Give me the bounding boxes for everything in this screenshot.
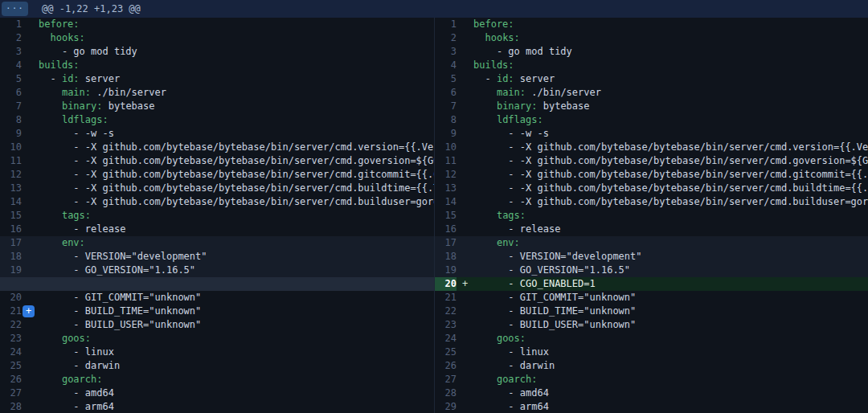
- code-token: [39, 32, 50, 43]
- line-number[interactable]: 18: [435, 250, 457, 264]
- line-number[interactable]: 1: [0, 18, 22, 31]
- yaml-key-token: env:: [62, 237, 85, 248]
- code-token: - GIT_COMMIT="unknown": [473, 292, 636, 303]
- diff-row: 27 - amd64: [0, 386, 434, 400]
- line-number[interactable]: 21: [435, 291, 457, 305]
- line-number[interactable]: 14: [0, 195, 22, 209]
- line-number[interactable]: 24: [435, 332, 457, 346]
- line-number[interactable]: 28: [435, 386, 457, 400]
- gutter-marker: [22, 31, 39, 45]
- diff-row: 11 - -X github.com/bytebase/bytebase/bin…: [0, 154, 434, 168]
- line-number[interactable]: 26: [0, 373, 22, 386]
- line-number[interactable]: 19: [0, 264, 22, 277]
- line-number[interactable]: 24: [0, 346, 22, 359]
- diff-pane-old: 1before:2 hooks:3 - go mod tidy4builds:5…: [0, 18, 434, 413]
- line-number[interactable]: 20: [435, 277, 457, 291]
- add-comment-button[interactable]: +: [23, 305, 35, 317]
- line-number[interactable]: 14: [435, 195, 457, 209]
- diff-row: 14 - -X github.com/bytebase/bytebase/bin…: [435, 195, 868, 209]
- line-number[interactable]: 2: [0, 31, 22, 45]
- line-number[interactable]: 22: [0, 318, 22, 332]
- line-number[interactable]: 15: [435, 209, 457, 223]
- line-number[interactable]: 9: [0, 127, 22, 141]
- diff-row: 23 - BUILD_USER="unknown": [435, 318, 868, 332]
- line-number[interactable]: 13: [435, 182, 457, 195]
- code-line: - amd64: [39, 386, 434, 400]
- diff-row: 23 goos:: [0, 332, 434, 346]
- line-number[interactable]: 20: [0, 291, 22, 305]
- diff-row: 8 ldflags:: [435, 113, 868, 127]
- yaml-key-token: goarch:: [62, 374, 103, 385]
- line-number[interactable]: 18: [0, 250, 22, 264]
- code-line: goarch:: [473, 373, 868, 386]
- line-number[interactable]: 2: [435, 31, 457, 45]
- line-number[interactable]: 23: [435, 318, 457, 332]
- line-number[interactable]: 5: [435, 72, 457, 86]
- code-token: server: [80, 73, 121, 84]
- line-number[interactable]: 7: [435, 100, 457, 113]
- line-number[interactable]: 17: [0, 236, 22, 250]
- code-line: main: ./bin/server: [473, 86, 868, 100]
- code-token: - amd64: [473, 387, 549, 399]
- code-line: hooks:: [39, 31, 434, 45]
- line-number[interactable]: 4: [0, 59, 22, 72]
- diff-row: 24 goos:: [435, 332, 868, 346]
- code-line: - -X github.com/bytebase/bytebase/bin/se…: [39, 195, 434, 209]
- gutter-marker: [22, 250, 39, 264]
- code-token: - BUILD_USER="unknown": [39, 319, 201, 330]
- expand-lines-button[interactable]: ···: [2, 2, 28, 16]
- gutter-marker: [457, 154, 473, 168]
- line-number[interactable]: 8: [435, 113, 457, 127]
- line-number[interactable]: 7: [0, 100, 22, 113]
- line-number[interactable]: 23: [0, 332, 22, 346]
- line-number[interactable]: 6: [435, 86, 457, 100]
- line-number[interactable]: 13: [0, 182, 22, 195]
- line-number[interactable]: 27: [435, 373, 457, 386]
- line-number[interactable]: 26: [435, 359, 457, 373]
- line-number[interactable]: 25: [0, 359, 22, 373]
- line-number[interactable]: 8: [0, 113, 22, 127]
- code-line: before:: [39, 18, 434, 31]
- line-number[interactable]: 10: [0, 141, 22, 154]
- gutter-marker: [22, 100, 39, 113]
- line-number[interactable]: 19: [435, 264, 457, 277]
- yaml-key-token: main:: [497, 87, 526, 98]
- diff-row: 22 - BUILD_TIME="unknown": [435, 305, 868, 318]
- line-number[interactable]: 12: [0, 168, 22, 182]
- line-number[interactable]: 12: [435, 168, 457, 182]
- gutter-marker: [457, 318, 473, 332]
- line-number[interactable]: 1: [435, 18, 457, 31]
- code-token: - -X github.com/bytebase/bytebase/bin/se…: [39, 155, 434, 166]
- gutter-marker: [457, 86, 473, 100]
- line-number[interactable]: 9: [435, 127, 457, 141]
- diff-row: 3 - go mod tidy: [0, 45, 434, 59]
- diff-row: 10 - -X github.com/bytebase/bytebase/bin…: [435, 141, 868, 154]
- line-number[interactable]: 16: [0, 223, 22, 236]
- gutter-marker: [457, 100, 473, 113]
- line-number[interactable]: 21: [0, 305, 22, 318]
- diff-row: 4builds:: [435, 59, 868, 72]
- line-number[interactable]: 11: [0, 154, 22, 168]
- line-number[interactable]: 22: [435, 305, 457, 318]
- line-number[interactable]: 28: [0, 400, 22, 413]
- code-token: - -w -s: [39, 128, 114, 139]
- code-line: main: ./bin/server: [39, 86, 434, 100]
- diff-row: 8 ldflags:: [0, 113, 434, 127]
- line-number[interactable]: 3: [0, 45, 22, 59]
- line-number[interactable]: 17: [435, 236, 457, 250]
- diff-row: 25 - linux: [435, 346, 868, 359]
- line-number[interactable]: 10: [435, 141, 457, 154]
- line-number[interactable]: 25: [435, 346, 457, 359]
- line-number[interactable]: 6: [0, 86, 22, 100]
- line-number[interactable]: 11: [435, 154, 457, 168]
- line-number[interactable]: 29: [435, 400, 457, 413]
- line-number[interactable]: 5: [0, 72, 22, 86]
- code-line: - -X github.com/bytebase/bytebase/bin/se…: [39, 154, 434, 168]
- gutter-marker: [457, 141, 473, 154]
- line-number[interactable]: 15: [0, 209, 22, 223]
- diff-row: 1before:: [435, 18, 868, 31]
- line-number[interactable]: 4: [435, 59, 457, 72]
- line-number[interactable]: 27: [0, 386, 22, 400]
- line-number[interactable]: 3: [435, 45, 457, 59]
- line-number[interactable]: 16: [435, 223, 457, 236]
